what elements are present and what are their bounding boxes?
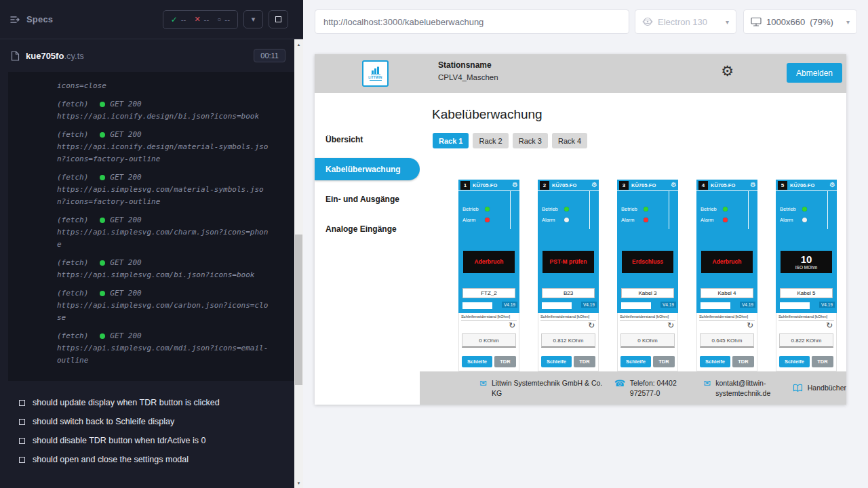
- refresh-icon[interactable]: ↻: [826, 321, 833, 329]
- log-entry[interactable]: (fetch)GET 200 https://api.simplesvg.com…: [8, 287, 271, 324]
- stat-failed: ✕ --: [194, 15, 209, 24]
- refresh-icon[interactable]: ↻: [588, 321, 595, 329]
- log-continuation[interactable]: icons=close: [8, 80, 271, 92]
- document-icon: [11, 51, 20, 61]
- schleife-button[interactable]: Schleife: [779, 356, 810, 367]
- specs-list-icon: [9, 14, 20, 25]
- runner-scrollbar[interactable]: ▲ ▼: [294, 39, 303, 488]
- test-title: should open and close the settings modal: [33, 455, 189, 464]
- refresh-icon[interactable]: ↻: [667, 321, 674, 329]
- footer-manuals[interactable]: Handbücher: [793, 383, 846, 392]
- log-entry[interactable]: (fetch)GET 200 https://api.simplesvg.com…: [8, 257, 271, 281]
- test-runner-panel: Specs ✓ -- ✕ -- ○ -- ▾: [0, 0, 303, 488]
- measurement-label: Schleifenwiderstand [kOhm]: [620, 314, 675, 321]
- card-divider: [589, 191, 590, 229]
- status-display: Aderbruch: [701, 251, 753, 273]
- book-icon: [793, 384, 803, 392]
- alarm-label: Alarm: [621, 217, 644, 223]
- tdr-button[interactable]: TDR: [494, 356, 516, 367]
- sidebar-item-uebersicht[interactable]: Übersicht: [315, 128, 420, 150]
- viewport-select[interactable]: 1000x660 (79%) ▾: [743, 9, 857, 34]
- schleife-button[interactable]: Schleife: [541, 356, 572, 367]
- device-model-label: KÜ705-FO: [552, 182, 576, 188]
- refresh-icon[interactable]: ↻: [747, 321, 753, 329]
- schleife-button[interactable]: Schleife: [620, 356, 651, 367]
- log-entry[interactable]: (fetch)GET 200 https://api.simplesvg.com…: [8, 330, 271, 367]
- card-divider: [827, 191, 828, 229]
- status-text: Aderbruch: [713, 259, 742, 266]
- spec-header[interactable]: kue705fo.cy.ts 00:11: [0, 39, 303, 68]
- success-dot-icon: [100, 175, 105, 180]
- scrollbar-thumb[interactable]: [295, 235, 302, 385]
- test-item[interactable]: should switch back to Schleife display: [0, 412, 303, 431]
- tdr-button[interactable]: TDR: [812, 356, 833, 367]
- test-item[interactable]: should disable TDR button when tdrActive…: [0, 431, 303, 450]
- test-list: should update display when TDR button is…: [0, 388, 303, 469]
- footer-phone[interactable]: ☎ Telefon: 04402 972577-0: [614, 378, 693, 397]
- log-entry[interactable]: (fetch)GET 200 https://api.iconify.desig…: [8, 129, 271, 165]
- cable-name-field: Kabel 5: [780, 288, 833, 298]
- alarm-led: [802, 218, 807, 222]
- alarm-led: [564, 218, 569, 222]
- schleife-button[interactable]: Schleife: [700, 356, 730, 367]
- url-input[interactable]: [315, 9, 629, 34]
- log-entry[interactable]: (fetch)GET 200 https://api.iconify.desig…: [8, 98, 271, 123]
- specs-toggle[interactable]: Specs: [9, 14, 53, 25]
- cable-name-field: B23: [542, 288, 595, 298]
- refresh-icon[interactable]: ↻: [509, 321, 515, 329]
- card-gear-icon[interactable]: ⚙: [829, 181, 835, 189]
- email-icon: ✉: [479, 379, 487, 388]
- card-gear-icon[interactable]: ⚙: [671, 181, 677, 189]
- card-gear-icon[interactable]: ⚙: [591, 181, 597, 189]
- device-model-label: KÜ706-FO: [790, 182, 814, 188]
- card-gear-icon[interactable]: ⚙: [512, 181, 518, 189]
- firmware-version: V4.19: [581, 302, 597, 308]
- spec-base-name: kue705fo: [26, 51, 64, 61]
- log-entry[interactable]: (fetch)GET 200 https://api.simplesvg.com…: [8, 171, 271, 208]
- http-status: GET 200: [110, 330, 141, 342]
- collapse-button[interactable]: ▾: [243, 10, 263, 28]
- tdr-button[interactable]: TDR: [653, 356, 675, 367]
- logo-building-icon: [370, 66, 381, 75]
- tab-rack-4[interactable]: Rack 4: [552, 133, 587, 148]
- success-dot-icon: [100, 260, 105, 266]
- device-number-badge: 3: [619, 181, 629, 190]
- tab-rack-2[interactable]: Rack 2: [473, 133, 508, 148]
- spec-timer: 00:11: [254, 49, 285, 62]
- tab-rack-1[interactable]: Rack 1: [433, 133, 469, 148]
- device-model-label: KÜ705-FO: [631, 182, 656, 188]
- phone-icon: ☎: [614, 379, 625, 388]
- test-block-icon: [19, 457, 25, 463]
- firmware-version: V4.19: [740, 302, 755, 308]
- status-display: Erdschluss: [622, 251, 673, 273]
- viewport-zoom: (79%): [810, 17, 833, 27]
- card-gear-icon[interactable]: ⚙: [750, 181, 756, 189]
- sidebar-item-analoge-eingaenge[interactable]: Analoge Eingänge: [315, 218, 420, 240]
- measurement-value: 0.812 KOhm: [541, 333, 595, 348]
- page-title: Kabelüberwachung: [432, 107, 542, 122]
- stage-toolbar: Electron 130 ▾ 1000x660 (79%) ▾: [303, 0, 868, 43]
- request-url: https://api.iconify.design/bi.json?icons…: [8, 110, 271, 123]
- success-dot-icon: [100, 218, 105, 223]
- schleife-button[interactable]: Schleife: [462, 356, 492, 367]
- alarm-led: [644, 218, 648, 222]
- stop-button[interactable]: [269, 10, 288, 28]
- settings-gear-icon[interactable]: ⚙: [721, 64, 734, 78]
- test-item[interactable]: should update display when TDR button is…: [0, 393, 303, 412]
- footer-email[interactable]: ✉ kontakt@littwin-systemtechnik.de: [703, 378, 782, 397]
- scrollbar-up-icon[interactable]: ▲: [294, 39, 303, 49]
- log-entry[interactable]: (fetch)GET 200 https://api.simplesvg.com…: [8, 214, 271, 251]
- scrollbar-down-icon[interactable]: ▼: [294, 478, 303, 488]
- tdr-button[interactable]: TDR: [574, 356, 595, 367]
- measurement-label: Schleifenwiderstand [kOhm]: [699, 314, 755, 321]
- sidebar-item-ein-und-ausgaenge[interactable]: Ein- und Ausgänge: [315, 188, 420, 210]
- tab-rack-3[interactable]: Rack 3: [513, 133, 548, 148]
- chevron-down-icon: ▾: [726, 18, 729, 26]
- test-item[interactable]: should open and close the settings modal: [0, 450, 303, 469]
- sidebar-item-kabelueberwachung[interactable]: Kabelüberwachung: [315, 158, 420, 180]
- logo-subline: [370, 80, 382, 81]
- spec-extension: .cy.ts: [64, 51, 83, 61]
- browser-select[interactable]: Electron 130 ▾: [635, 9, 736, 34]
- logout-button[interactable]: Abmelden: [787, 63, 842, 83]
- tdr-button[interactable]: TDR: [732, 356, 754, 367]
